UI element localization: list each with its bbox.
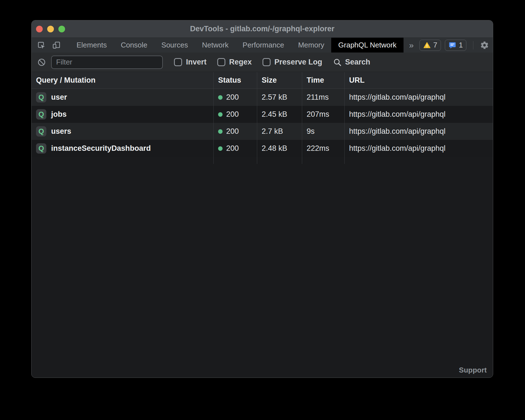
- column-separator-strip: [32, 157, 493, 164]
- preserve-log-label: Preserve Log: [275, 58, 322, 66]
- status-dot: [218, 146, 223, 151]
- time-cell: 211ms: [302, 89, 345, 106]
- table-row[interactable]: Q jobs 200 2.45 kB 207ms https://gitlab.…: [32, 106, 493, 123]
- inspect-icon[interactable]: [37, 40, 46, 50]
- network-toolbar: Invert Regex Preserve Log Search: [32, 52, 493, 72]
- time-cell: 207ms: [302, 106, 345, 123]
- size-cell: 2.7 kB: [257, 123, 302, 140]
- invert-label: Invert: [186, 58, 207, 66]
- regex-label: Regex: [229, 58, 252, 66]
- query-cell: Q user: [32, 89, 214, 106]
- query-name: instanceSecurityDashboard: [51, 144, 151, 153]
- query-type-badge: Q: [36, 109, 46, 120]
- tab-memory[interactable]: Memory: [291, 38, 331, 52]
- block-icon[interactable]: [37, 58, 46, 67]
- footer: Support: [32, 362, 493, 378]
- search-button[interactable]: Search: [333, 58, 370, 67]
- warnings-badge[interactable]: 7: [419, 40, 441, 51]
- query-name: users: [51, 127, 71, 136]
- tab-elements[interactable]: Elements: [70, 38, 114, 52]
- column-header-query[interactable]: Query / Mutation: [32, 72, 214, 89]
- status-dot: [218, 112, 223, 117]
- query-cell: Q users: [32, 123, 214, 140]
- regex-checkbox: [217, 58, 225, 66]
- empty-content-area: [32, 164, 493, 362]
- messages-badge[interactable]: 1: [445, 40, 466, 51]
- table-row[interactable]: Q instanceSecurityDashboard 200 2.48 kB …: [32, 140, 493, 157]
- time-cell: 222ms: [302, 140, 345, 157]
- size-cell: 2.45 kB: [257, 106, 302, 123]
- status-code: 200: [226, 110, 239, 119]
- column-header-time[interactable]: Time: [302, 72, 345, 89]
- url-cell: https://gitlab.com/api/graphql: [345, 123, 493, 140]
- size-cell: 2.48 kB: [257, 140, 302, 157]
- status-code: 200: [226, 144, 239, 153]
- zoom-window-button[interactable]: [58, 26, 65, 32]
- query-name: jobs: [51, 110, 67, 119]
- table-header: Query / Mutation Status Size Time URL: [32, 72, 493, 89]
- column-header-url[interactable]: URL: [345, 72, 493, 89]
- query-type-badge: Q: [36, 143, 46, 154]
- status-cell: 200: [214, 89, 257, 106]
- status-code: 200: [226, 127, 239, 136]
- tab-network[interactable]: Network: [195, 38, 235, 52]
- warning-icon: [423, 42, 431, 49]
- column-header-size[interactable]: Size: [257, 72, 302, 89]
- status-cell: 200: [214, 106, 257, 123]
- status-cell: 200: [214, 140, 257, 157]
- overflow-chevron-icon: »: [409, 40, 414, 50]
- traffic-lights: [36, 20, 65, 37]
- status-code: 200: [226, 93, 239, 102]
- search-label: Search: [345, 58, 370, 66]
- tab-graphql-network[interactable]: GraphQL Network: [331, 38, 404, 52]
- query-name: user: [51, 93, 67, 102]
- messages-count: 1: [459, 41, 463, 49]
- table-row[interactable]: Q users 200 2.7 kB 9s https://gitlab.com…: [32, 123, 493, 140]
- support-link[interactable]: Support: [459, 366, 487, 374]
- query-type-badge: Q: [36, 126, 46, 137]
- preserve-log-checkbox: [262, 58, 271, 66]
- query-cell: Q jobs: [32, 106, 214, 123]
- tab-performance[interactable]: Performance: [236, 38, 291, 52]
- tab-console[interactable]: Console: [114, 38, 154, 52]
- invert-checkbox-group[interactable]: Invert: [174, 58, 207, 66]
- query-type-badge: Q: [36, 92, 46, 102]
- url-cell: https://gitlab.com/api/graphql: [345, 89, 493, 106]
- url-cell: https://gitlab.com/api/graphql: [345, 106, 493, 123]
- status-cell: 200: [214, 123, 257, 140]
- window-title: DevTools - gitlab.com/-/graphql-explorer: [190, 25, 334, 33]
- table-row[interactable]: Q user 200 2.57 kB 211ms https://gitlab.…: [32, 89, 493, 106]
- device-toolbar-icon[interactable]: [52, 40, 61, 50]
- gear-icon[interactable]: [480, 41, 489, 50]
- search-icon: [333, 58, 342, 67]
- warnings-count: 7: [433, 41, 437, 49]
- size-cell: 2.57 kB: [257, 89, 302, 106]
- status-dot: [218, 95, 223, 100]
- column-header-status[interactable]: Status: [214, 72, 257, 89]
- devtools-tab-bar: Elements Console Sources Network Perform…: [32, 38, 493, 52]
- devtools-window: DevTools - gitlab.com/-/graphql-explorer…: [31, 20, 493, 378]
- message-icon: [448, 41, 456, 49]
- url-cell: https://gitlab.com/api/graphql: [345, 140, 493, 157]
- time-cell: 9s: [302, 123, 345, 140]
- regex-checkbox-group[interactable]: Regex: [217, 58, 252, 66]
- more-tabs-button[interactable]: »: [404, 38, 419, 52]
- minimize-window-button[interactable]: [47, 26, 54, 32]
- preserve-log-checkbox-group[interactable]: Preserve Log: [262, 58, 322, 66]
- filter-input[interactable]: [51, 56, 163, 69]
- status-dot: [218, 129, 223, 134]
- kebab-menu-icon[interactable]: [493, 41, 493, 49]
- tabbar-right-divider: [473, 41, 473, 49]
- title-bar: DevTools - gitlab.com/-/graphql-explorer: [32, 20, 493, 38]
- tab-sources[interactable]: Sources: [154, 38, 195, 52]
- query-cell: Q instanceSecurityDashboard: [32, 140, 214, 157]
- invert-checkbox: [174, 58, 182, 66]
- close-window-button[interactable]: [36, 26, 43, 32]
